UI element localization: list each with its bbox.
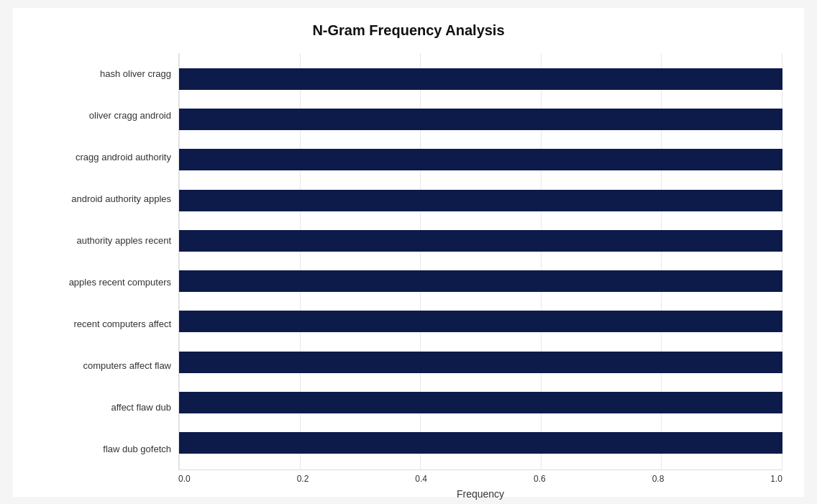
grid-and-bars bbox=[178, 53, 782, 470]
bar-row bbox=[179, 65, 782, 93]
x-tick-1: 0.2 bbox=[297, 474, 309, 484]
y-label-0: hash oliver cragg bbox=[35, 58, 171, 91]
bar-row bbox=[179, 187, 782, 214]
bar-row bbox=[179, 146, 782, 173]
x-tick-4: 0.8 bbox=[652, 474, 665, 484]
bar-6 bbox=[179, 311, 782, 332]
bar-7 bbox=[179, 352, 782, 373]
bar-8 bbox=[179, 392, 782, 413]
x-tick-5: 1.0 bbox=[770, 474, 782, 484]
x-axis-labels: 0.00.20.40.60.81.0 bbox=[178, 474, 782, 484]
bar-2 bbox=[179, 149, 782, 170]
bar-row bbox=[179, 308, 782, 335]
y-label-2: cragg android authority bbox=[35, 141, 171, 174]
chart-area: hash oliver craggoliver cragg androidcra… bbox=[35, 53, 782, 470]
y-label-4: authority apples recent bbox=[35, 224, 171, 257]
bar-row bbox=[179, 267, 782, 295]
bar-row bbox=[179, 349, 782, 376]
bars-wrapper bbox=[179, 53, 782, 469]
y-label-3: android authority apples bbox=[35, 183, 171, 216]
x-axis-title: Frequency bbox=[178, 488, 782, 500]
y-axis-labels: hash oliver craggoliver cragg androidcra… bbox=[35, 53, 178, 470]
bar-9 bbox=[179, 432, 782, 454]
x-axis-labels-wrapper: 0.00.20.40.60.81.0 Frequency bbox=[178, 474, 782, 500]
y-label-8: affect flaw dub bbox=[35, 391, 171, 424]
bar-row bbox=[179, 227, 782, 255]
bar-0 bbox=[179, 68, 782, 90]
x-tick-3: 0.6 bbox=[534, 474, 546, 484]
chart-title: N-Gram Frequency Analysis bbox=[35, 22, 782, 39]
y-label-6: recent computers affect bbox=[35, 308, 171, 341]
bar-row bbox=[179, 389, 782, 416]
y-label-9: flaw dub gofetch bbox=[35, 433, 171, 466]
bar-4 bbox=[179, 230, 782, 252]
chart-container: N-Gram Frequency Analysis hash oliver cr… bbox=[13, 8, 804, 497]
x-tick-0: 0.0 bbox=[178, 474, 191, 484]
bar-3 bbox=[179, 190, 782, 211]
y-label-1: oliver cragg android bbox=[35, 99, 171, 132]
bar-row bbox=[179, 429, 782, 457]
bar-row bbox=[179, 106, 782, 133]
bars-section bbox=[178, 53, 782, 470]
y-label-7: computers affect flaw bbox=[35, 349, 171, 382]
y-label-5: apples recent computers bbox=[35, 266, 171, 299]
x-tick-2: 0.4 bbox=[415, 474, 427, 484]
bar-5 bbox=[179, 270, 782, 292]
bar-1 bbox=[179, 109, 782, 130]
